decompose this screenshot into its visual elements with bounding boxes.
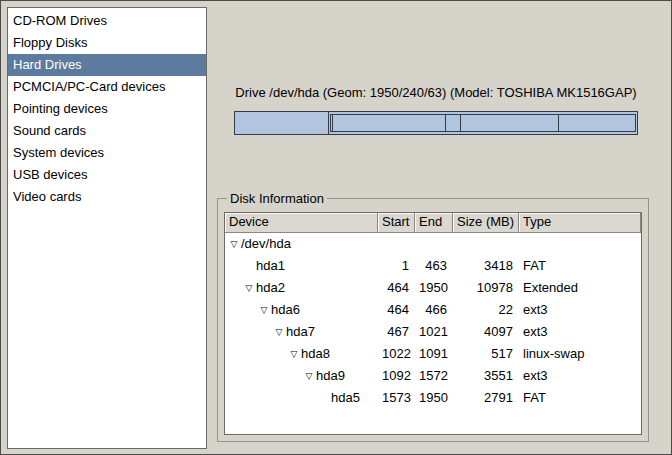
device-cell: ▽/dev/hda bbox=[225, 233, 378, 255]
expander-open-icon[interactable]: ▽ bbox=[257, 299, 271, 321]
table-row-hda8[interactable]: ▽hda810221091517linux-swap bbox=[225, 343, 641, 365]
table-row-hda9[interactable]: ▽hda9109215723551ext3 bbox=[225, 365, 641, 387]
sidebar-item-floppy-disks[interactable]: Floppy Disks bbox=[8, 32, 206, 54]
device-cell: ▽hda8 bbox=[225, 343, 378, 365]
disk-table-body: ▽/dev/hdahda114633418FAT▽hda246419501097… bbox=[225, 233, 641, 409]
table-row-hda5[interactable]: hda5157319502791FAT bbox=[225, 387, 641, 409]
device-name: hda8 bbox=[301, 343, 330, 365]
end-cell: 1950 bbox=[415, 387, 453, 409]
size-cell: 2791 bbox=[453, 387, 519, 409]
disk-information-label: Disk Information bbox=[227, 191, 327, 206]
partition-segment-hda2 bbox=[328, 112, 637, 134]
sidebar-item-sound-cards[interactable]: Sound cards bbox=[8, 120, 206, 142]
sidebar-item-hard-drives[interactable]: Hard Drives bbox=[8, 54, 206, 76]
size-cell: 4097 bbox=[453, 321, 519, 343]
sidebar-item-pointing-devices[interactable]: Pointing devices bbox=[8, 98, 206, 120]
device-name: hda6 bbox=[271, 299, 300, 321]
start-cell: 1022 bbox=[378, 343, 415, 365]
column-header-start[interactable]: Start bbox=[378, 213, 415, 233]
expander-open-icon[interactable]: ▽ bbox=[287, 343, 301, 365]
indent-spacer bbox=[227, 266, 242, 267]
start-cell: 1573 bbox=[378, 387, 415, 409]
column-header-end[interactable]: End bbox=[415, 213, 453, 233]
table-row-hda1[interactable]: hda114633418FAT bbox=[225, 255, 641, 277]
start-cell: 1092 bbox=[378, 365, 415, 387]
device-name: hda7 bbox=[286, 321, 315, 343]
size-cell: 517 bbox=[453, 343, 519, 365]
start-cell: 1 bbox=[378, 255, 415, 277]
device-cell: hda1 bbox=[225, 255, 378, 277]
device-cell: ▽hda9 bbox=[225, 365, 378, 387]
type-cell: linux-swap bbox=[519, 343, 641, 365]
type-cell: Extended bbox=[519, 277, 641, 299]
expander-open-icon[interactable]: ▽ bbox=[242, 277, 256, 299]
drive-title: Drive /dev/hda (Geom: 1950/240/63) (Mode… bbox=[231, 85, 641, 100]
type-cell: ext3 bbox=[519, 321, 641, 343]
table-row-hda2[interactable]: ▽hda2464195010978Extended bbox=[225, 277, 641, 299]
extended-partition-outline bbox=[330, 114, 636, 132]
end-cell: 1091 bbox=[415, 343, 453, 365]
type-cell: FAT bbox=[519, 387, 641, 409]
expander-open-icon[interactable]: ▽ bbox=[227, 233, 241, 255]
disk-table: DeviceStartEndSize (MB)Type ▽/dev/hdahda… bbox=[224, 212, 642, 435]
device-name: hda9 bbox=[316, 365, 345, 387]
indent-spacer bbox=[227, 354, 287, 355]
device-name: hda1 bbox=[256, 255, 285, 277]
partition-segment-hda9 bbox=[460, 115, 558, 131]
start-cell: 467 bbox=[378, 321, 415, 343]
indent-spacer bbox=[227, 398, 317, 399]
partition-bar bbox=[234, 111, 638, 135]
device-cell: ▽hda7 bbox=[225, 321, 378, 343]
sidebar-item-cd-rom-drives[interactable]: CD-ROM Drives bbox=[8, 10, 206, 32]
start-cell: 464 bbox=[378, 299, 415, 321]
end-cell: 466 bbox=[415, 299, 453, 321]
hardware-browser-window: CD-ROM DrivesFloppy DisksHard DrivesPCMC… bbox=[0, 0, 672, 455]
start-cell bbox=[378, 233, 415, 255]
sidebar-item-pcmcia-pc-card-devices[interactable]: PCMCIA/PC-Card devices bbox=[8, 76, 206, 98]
table-row-hda6[interactable]: ▽hda646446622ext3 bbox=[225, 299, 641, 321]
indent-spacer bbox=[227, 332, 272, 333]
device-name: /dev/hda bbox=[241, 233, 291, 255]
sidebar-item-video-cards[interactable]: Video cards bbox=[8, 186, 206, 208]
disk-table-header: DeviceStartEndSize (MB)Type bbox=[225, 213, 641, 233]
indent-spacer bbox=[227, 376, 302, 377]
size-cell bbox=[453, 233, 519, 255]
size-cell: 22 bbox=[453, 299, 519, 321]
device-cell: ▽hda2 bbox=[225, 277, 378, 299]
partition-segment-hda8 bbox=[445, 115, 460, 131]
column-header-device[interactable]: Device bbox=[225, 213, 378, 233]
device-cell: ▽hda6 bbox=[225, 299, 378, 321]
column-header-size-mb[interactable]: Size (MB) bbox=[453, 213, 519, 233]
end-cell bbox=[415, 233, 453, 255]
column-header-type[interactable]: Type bbox=[519, 213, 641, 233]
indent-spacer bbox=[227, 310, 257, 311]
disk-information-frame: Disk Information DeviceStartEndSize (MB)… bbox=[217, 191, 649, 442]
expander-open-icon[interactable]: ▽ bbox=[302, 365, 316, 387]
end-cell: 1950 bbox=[415, 277, 453, 299]
expander-open-icon[interactable]: ▽ bbox=[272, 321, 286, 343]
type-cell bbox=[519, 233, 641, 255]
start-cell: 464 bbox=[378, 277, 415, 299]
device-name: hda2 bbox=[256, 277, 285, 299]
table-row-dev-hda[interactable]: ▽/dev/hda bbox=[225, 233, 641, 255]
type-cell: FAT bbox=[519, 255, 641, 277]
type-cell: ext3 bbox=[519, 299, 641, 321]
device-cell: hda5 bbox=[225, 387, 378, 409]
sidebar-item-system-devices[interactable]: System devices bbox=[8, 142, 206, 164]
size-cell: 3551 bbox=[453, 365, 519, 387]
end-cell: 1021 bbox=[415, 321, 453, 343]
indent-spacer bbox=[227, 288, 242, 289]
partition-segment-hda1 bbox=[235, 112, 328, 134]
main-panel: Drive /dev/hda (Geom: 1950/240/63) (Mode… bbox=[217, 1, 649, 455]
size-cell: 10978 bbox=[453, 277, 519, 299]
partition-segment-hda7 bbox=[332, 115, 445, 131]
device-category-list: CD-ROM DrivesFloppy DisksHard DrivesPCMC… bbox=[7, 7, 207, 449]
end-cell: 463 bbox=[415, 255, 453, 277]
end-cell: 1572 bbox=[415, 365, 453, 387]
type-cell: ext3 bbox=[519, 365, 641, 387]
partition-segment-hda5 bbox=[558, 115, 635, 131]
table-row-hda7[interactable]: ▽hda746710214097ext3 bbox=[225, 321, 641, 343]
size-cell: 3418 bbox=[453, 255, 519, 277]
device-name: hda5 bbox=[331, 387, 360, 409]
sidebar-item-usb-devices[interactable]: USB devices bbox=[8, 164, 206, 186]
